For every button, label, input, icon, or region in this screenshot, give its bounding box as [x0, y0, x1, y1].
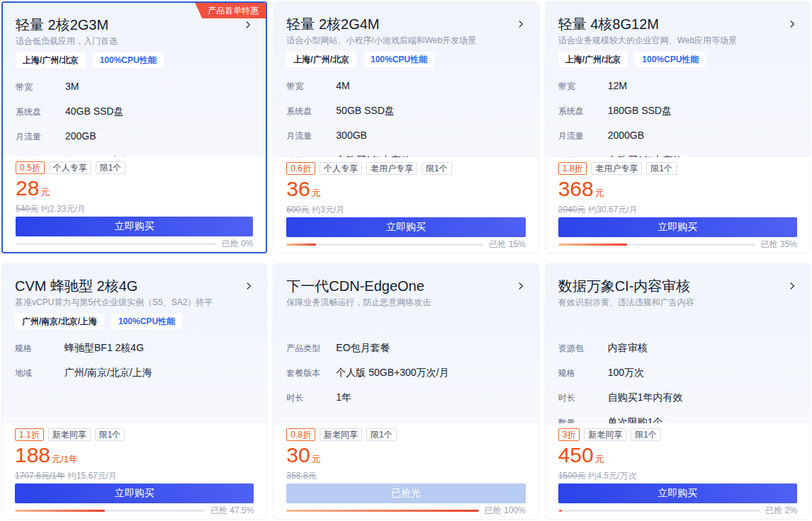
card-top-section: 轻量 4核8G12M 适合业务规模较大的企业官网、Web应用等场景 上海/广州/… — [546, 2, 810, 157]
product-card-lighthouse-4c8g12m[interactable]: 轻量 4核8G12M 适合业务规模较大的企业官网、Web应用等场景 上海/广州/… — [545, 1, 811, 253]
chevron-right-icon[interactable] — [787, 19, 797, 29]
spec-row: 规格100万次 — [558, 365, 797, 379]
original-price: 1707.6元/1年 — [15, 471, 65, 481]
card-bottom-section: 1.8折 老用户专享 限1个 368元 2040元约30.67元/月 立即购买 … — [546, 157, 810, 253]
original-price-row: 1500元约4.5元/万次 — [558, 471, 797, 481]
progress-track — [558, 244, 755, 246]
badge-row: 0.8折 新老同享 限1个 — [286, 428, 525, 442]
chevron-right-icon[interactable] — [787, 281, 797, 291]
original-price-row: 540元约2.33元/月 — [16, 204, 253, 214]
product-card-cdn-edgeone[interactable]: 下一代CDN-EdgeOne 保障业务流畅运行，防止恶意网络攻击 产品类型EO包… — [273, 263, 538, 520]
price-row: 28元 — [16, 177, 253, 204]
original-price-row: 1707.6元/1年约15.67元/月 — [15, 471, 254, 481]
product-card-cvm-bf1[interactable]: CVM 蜂驰型 2核4G 基准vCPU算力与第5代企业级实例（S5、SA2）持平… — [1, 263, 267, 520]
cpu-performance-tag: 100%CPU性能 — [93, 52, 164, 68]
spec-row: 系统盘50GB SSD盘 — [286, 103, 525, 118]
price-amount: 368 — [558, 177, 594, 200]
discount-badge: 1.1折 — [15, 428, 44, 441]
card-bottom-section: 0.8折 新老同享 限1个 30元 358.8元 已抢光 已抢 100% — [274, 423, 538, 519]
spec-list: 带宽12M 系统盘180GB SSD盘 月流量2000GB 时长自购买1年内有效 — [558, 79, 797, 167]
product-subtitle: 有效识别涉黄、违法违规和广告内容 — [558, 297, 797, 308]
spec-row: 月流量300GB — [286, 128, 525, 142]
card-bottom-section: 1.1折 新老同享 限1个 188元/1年 1707.6元/1年约15.67元/… — [2, 423, 266, 519]
product-subtitle: 基准vCPU算力与第5代企业级实例（S5、SA2）持平 — [15, 297, 254, 308]
spec-list: 资源包内容审核 规格100万次 时长自购买1年内有效 数量单次限购1个 — [558, 340, 797, 429]
progress-track — [286, 510, 478, 512]
price-unit: 元/1年 — [52, 454, 78, 464]
price-amount: 36 — [286, 177, 310, 200]
region-tag: 上海/广州/北京 — [16, 52, 86, 68]
chevron-right-icon[interactable] — [243, 20, 253, 30]
product-title: 轻量 2核2G4M — [286, 16, 379, 32]
original-price-row: 600元约3元/月 — [286, 205, 525, 215]
product-title: 轻量 2核2G3M — [16, 17, 108, 33]
sold-out-button[interactable]: 已抢光 — [286, 483, 525, 503]
original-price-row: 2040元约30.67元/月 — [558, 205, 797, 215]
original-price: 358.8元 — [286, 471, 316, 481]
info-badge: 新老同享 — [320, 428, 362, 441]
cpu-performance-tag: 100%CPU性能 — [111, 314, 182, 329]
discount-badge: 0.8折 — [286, 428, 315, 441]
discount-badge: 0.6折 — [286, 162, 315, 175]
badge-row: 0.6折 个人专享 老用户专享 限1个 — [286, 161, 525, 176]
product-subtitle: 适合小型网站、小程序/小游戏后端和Web开发场景 — [286, 35, 525, 46]
card-top-section: 数据万象CI-内容审核 有效识别涉黄、违法违规和广告内容 资源包内容审核 规格1… — [546, 264, 810, 423]
buy-now-button[interactable]: 立即购买 — [15, 483, 254, 503]
product-card-lighthouse-2c2g3m[interactable]: 产品首单特惠 轻量 2核2G3M 适合低负载应用，入门首选 上海/广州/北京 1… — [1, 1, 267, 253]
cpu-performance-tag: 100%CPU性能 — [635, 52, 706, 67]
price-note: 约30.67元/月 — [588, 205, 637, 214]
chevron-right-icon[interactable] — [516, 281, 526, 291]
spec-row: 月流量2000GB — [558, 128, 797, 142]
card-top-section: 下一代CDN-EdgeOne 保障业务流畅运行，防止恶意网络攻击 产品类型EO包… — [274, 264, 538, 423]
sold-progress: 已抢 2% — [558, 506, 797, 515]
spec-row: 资源包内容审核 — [558, 340, 797, 355]
progress-fill — [558, 244, 627, 246]
product-card-ci-content-audit[interactable]: 数据万象CI-内容审核 有效识别涉黄、违法违规和广告内容 资源包内容审核 规格1… — [545, 263, 811, 520]
buy-now-button[interactable]: 立即购买 — [558, 483, 797, 503]
spec-row: 系统盘40GB SSD盘 — [16, 104, 253, 118]
badge-row: 1.1折 新老同享 限1个 — [15, 428, 254, 442]
product-card-grid: 产品首单特惠 轻量 2核2G3M 适合低负载应用，入门首选 上海/广州/北京 1… — [0, 0, 812, 521]
cpu-performance-tag: 100%CPU性能 — [363, 52, 434, 67]
spec-row: 套餐版本个人版 50GB+300万次/月 — [286, 365, 525, 379]
card-top-section: CVM 蜂驰型 2核4G 基准vCPU算力与第5代企业级实例（S5、SA2）持平… — [2, 264, 266, 423]
chevron-right-icon[interactable] — [244, 281, 254, 291]
price-amount: 188 — [15, 443, 50, 466]
info-badge: 新老同享 — [584, 428, 626, 441]
price-row: 36元 — [286, 178, 525, 205]
progress-label: 已抢 15% — [489, 239, 525, 251]
discount-badge: 1.8折 — [558, 162, 587, 175]
price-row: 368元 — [558, 178, 797, 205]
progress-label: 已抢 0% — [222, 238, 254, 250]
region-tag: 广州/南京/北京/上海 — [15, 314, 104, 329]
original-price: 600元 — [286, 205, 309, 214]
price-unit: 元 — [312, 188, 321, 198]
original-price: 1500元 — [558, 471, 586, 481]
buy-now-button[interactable]: 立即购买 — [286, 217, 525, 237]
spec-list: 带宽4M 系统盘50GB SSD盘 月流量300GB 时长自购买1年内有效 — [286, 79, 525, 167]
buy-now-button[interactable]: 立即购买 — [16, 217, 253, 236]
sold-progress: 已抢 35% — [558, 240, 797, 248]
info-badge: 个人专享 — [320, 162, 362, 175]
product-subtitle: 适合低负载应用，入门首选 — [16, 35, 253, 47]
price-unit: 元 — [40, 187, 50, 197]
spec-list: 产品类型EO包月套餐 套餐版本个人版 50GB+300万次/月 时长1年 — [286, 340, 525, 404]
info-badge: 老用户专享 — [366, 162, 417, 175]
tag-row: 上海/广州/北京 100%CPU性能 — [16, 52, 253, 68]
product-title: 下一代CDN-EdgeOne — [286, 278, 424, 294]
discount-badge: 0.5折 — [16, 161, 45, 174]
price-note: 约2.33元/月 — [41, 204, 86, 214]
buy-now-button[interactable]: 立即购买 — [558, 217, 797, 237]
price-amount: 30 — [286, 443, 310, 466]
card-bottom-section: 0.6折 个人专享 老用户专享 限1个 36元 600元约3元/月 立即购买 已… — [274, 157, 538, 253]
progress-track — [286, 244, 483, 246]
tag-row — [286, 314, 525, 329]
product-title: CVM 蜂驰型 2核4G — [15, 278, 137, 294]
progress-fill — [558, 510, 563, 512]
product-card-lighthouse-2c2g4m[interactable]: 轻量 2核2G4M 适合小型网站、小程序/小游戏后端和Web开发场景 上海/广州… — [273, 1, 538, 253]
spec-list: 带宽3M 系统盘40GB SSD盘 月流量200GB 时长自购买1年内有效 — [16, 79, 253, 168]
progress-label: 已抢 35% — [761, 239, 797, 251]
chevron-right-icon[interactable] — [516, 19, 526, 29]
spec-row: 产品类型EO包月套餐 — [286, 340, 525, 355]
first-order-promo-ribbon: 产品首单特惠 — [195, 3, 266, 18]
